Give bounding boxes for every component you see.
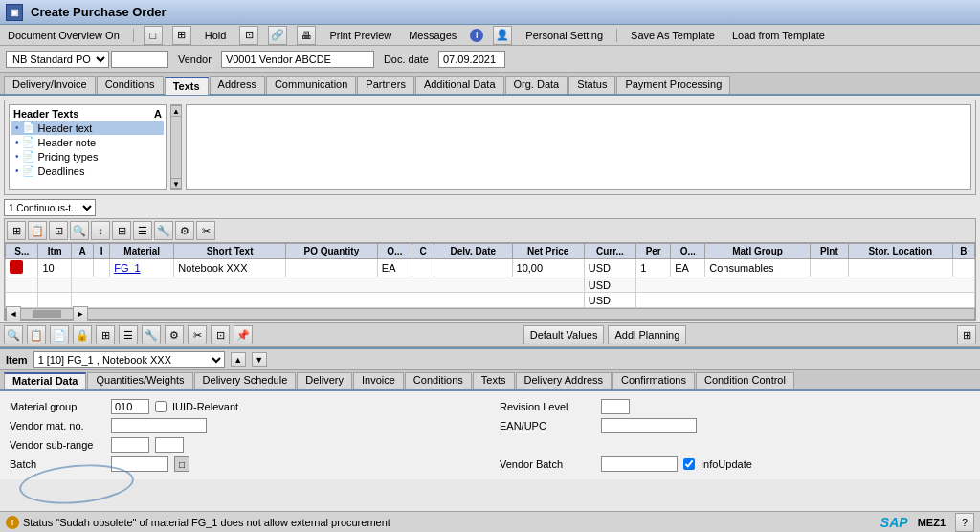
po-number-input[interactable] <box>111 51 168 68</box>
bt-icon-8[interactable]: ⚙ <box>165 325 184 344</box>
text-editor[interactable] <box>187 105 970 189</box>
default-values-btn[interactable]: Default Values <box>523 325 605 344</box>
scroll-left-btn[interactable]: ◄ <box>6 306 21 321</box>
save-icon-btn[interactable]: ⊞ <box>172 26 191 45</box>
tab-org-data[interactable]: Org. Data <box>505 76 568 94</box>
item-down-btn[interactable]: ▼ <box>252 352 267 367</box>
layout-icon[interactable]: ☰ <box>133 221 152 240</box>
calc-icon[interactable]: 🔧 <box>154 221 173 240</box>
item-tab-material[interactable]: Material Data <box>4 372 86 389</box>
iuid-checkbox[interactable] <box>155 401 167 412</box>
doc-date-input[interactable] <box>438 51 505 68</box>
currency-3: USD <box>584 293 635 308</box>
help-icon[interactable]: ? <box>955 513 974 532</box>
table-icon[interactable]: ⊞ <box>112 221 131 240</box>
menu-document-overview[interactable]: Document Overview On <box>4 29 123 42</box>
hold-icon[interactable]: ⊡ <box>239 26 258 45</box>
row-material[interactable]: FG_1 <box>110 259 174 277</box>
format-select[interactable]: 1 Continuous-t... <box>4 199 96 216</box>
item-tab-texts[interactable]: Texts <box>473 372 515 389</box>
bt-icon-10[interactable]: ⊡ <box>211 325 230 344</box>
item-tab-invoice[interactable]: Invoice <box>353 372 404 389</box>
revision-input[interactable] <box>601 399 630 414</box>
info-update-checkbox[interactable] <box>683 458 695 470</box>
bt-icon-2[interactable]: 📋 <box>27 325 46 344</box>
personal-settings-icon[interactable]: 👤 <box>493 26 512 45</box>
bt-icon-5[interactable]: ⊞ <box>96 325 115 344</box>
row-c <box>412 259 434 277</box>
app-icon: ▣ <box>6 4 23 21</box>
first-icon[interactable]: ⊞ <box>7 221 26 240</box>
menu-print-preview[interactable]: Print Preview <box>325 29 395 42</box>
tab-delivery-invoice[interactable]: Delivery/Invoice <box>4 76 96 94</box>
tab-partners[interactable]: Partners <box>357 76 414 94</box>
tab-communication[interactable]: Communication <box>266 76 356 94</box>
tab-address[interactable]: Address <box>210 76 265 94</box>
detail-icon[interactable]: 📋 <box>28 221 47 240</box>
new-icon-btn[interactable]: □ <box>144 26 163 45</box>
item-tab-confirmations[interactable]: Confirmations <box>612 372 695 389</box>
filter-icon[interactable]: 🔍 <box>70 221 89 240</box>
text-area[interactable] <box>186 104 971 190</box>
scroll-up-btn[interactable]: ▲ <box>170 105 182 117</box>
bt-icon-4[interactable]: 🔒 <box>73 325 92 344</box>
menu-messages[interactable]: Messages <box>405 29 460 42</box>
attach-icon[interactable]: 🔗 <box>268 26 287 45</box>
item-tab-delivery-address[interactable]: Delivery Address <box>516 372 612 389</box>
batch-browse-btn[interactable]: □ <box>174 456 189 472</box>
tab-conditions[interactable]: Conditions <box>97 76 164 94</box>
texts-tree: Header Texts A • 📄 Header text • 📄 Heade… <box>9 104 167 190</box>
tab-additional-data[interactable]: Additional Data <box>415 76 504 94</box>
item-tab-delivery[interactable]: Delivery <box>297 372 352 389</box>
tab-texts[interactable]: Texts <box>165 77 209 95</box>
tab-payment-processing[interactable]: Payment Processing <box>616 76 730 94</box>
form-row-batch: Batch □ <box>10 454 480 474</box>
items-scrollbar[interactable]: ◄ ► <box>5 308 975 320</box>
del-icon[interactable]: ✂ <box>196 221 215 240</box>
menu-save-template[interactable]: Save As Template <box>627 29 719 42</box>
bt-icon-1[interactable]: 🔍 <box>4 325 23 344</box>
vendor-mat-input[interactable] <box>111 418 207 433</box>
vendor-input[interactable] <box>221 51 374 68</box>
form-row-matl-group: Material group IUID-Relevant <box>10 397 480 416</box>
menu-hold[interactable]: Hold <box>201 29 231 42</box>
tree-item-pricing[interactable]: • 📄 Pricing types <box>11 149 164 164</box>
vendor-sub-input2[interactable] <box>155 437 184 453</box>
item-tab-condition-control[interactable]: Condition Control <box>696 372 794 389</box>
row-qty <box>285 259 377 277</box>
menu-personal-setting[interactable]: Personal Setting <box>522 29 607 42</box>
tree-scrollbar[interactable]: ▲ ▼ <box>170 104 182 190</box>
item-tab-conditions[interactable]: Conditions <box>405 372 472 389</box>
vendor-batch-input[interactable] <box>601 456 678 472</box>
copy-icon[interactable]: ⊡ <box>49 221 68 240</box>
services-icon[interactable]: ⚙ <box>175 221 194 240</box>
vendor-sub-input1[interactable] <box>111 437 149 453</box>
sort-icon[interactable]: ↕ <box>91 221 110 240</box>
scroll-right-btn[interactable]: ► <box>73 306 88 321</box>
addl-planning-btn[interactable]: Addl Planning <box>608 325 686 344</box>
tree-item-header-note[interactable]: • 📄 Header note <box>11 135 164 149</box>
bt-icon-6[interactable]: ☰ <box>119 325 138 344</box>
print-icon[interactable]: 🖶 <box>297 26 316 45</box>
ean-input[interactable] <box>601 418 697 433</box>
tab-status[interactable]: Status <box>568 76 615 94</box>
po-type-select[interactable]: NB Standard PO <box>6 51 109 68</box>
bt-icon-9[interactable]: ✂ <box>188 325 207 344</box>
batch-input[interactable] <box>111 456 168 472</box>
scroll-down-btn[interactable]: ▼ <box>170 178 182 189</box>
col-status: S... <box>6 244 38 259</box>
bt-icon-3[interactable]: 📄 <box>50 325 69 344</box>
item-tab-delivery-schedule[interactable]: Delivery Schedule <box>194 372 297 389</box>
item-select[interactable]: 1 [10] FG_1 , Notebook XXX <box>33 351 225 368</box>
tree-item-header-text[interactable]: • 📄 Header text <box>11 121 164 135</box>
item-up-btn[interactable]: ▲ <box>231 352 246 367</box>
bt-icon-11[interactable]: 📌 <box>234 325 253 344</box>
title-bar: ▣ Create Purchase Order <box>0 0 980 25</box>
tree-item-deadlines[interactable]: • 📄 Deadlines <box>11 164 164 178</box>
menu-load-template[interactable]: Load from Template <box>728 29 829 42</box>
item-tab-quantities[interactable]: Quantities/Weights <box>87 372 192 389</box>
bt-icon-7[interactable]: 🔧 <box>142 325 161 344</box>
table-row[interactable]: 10 FG_1 Notebook XXX EA 10,00 USD 1 EA C… <box>6 259 975 277</box>
export-icon[interactable]: ⊞ <box>957 325 976 344</box>
matl-group-input[interactable] <box>111 399 149 414</box>
